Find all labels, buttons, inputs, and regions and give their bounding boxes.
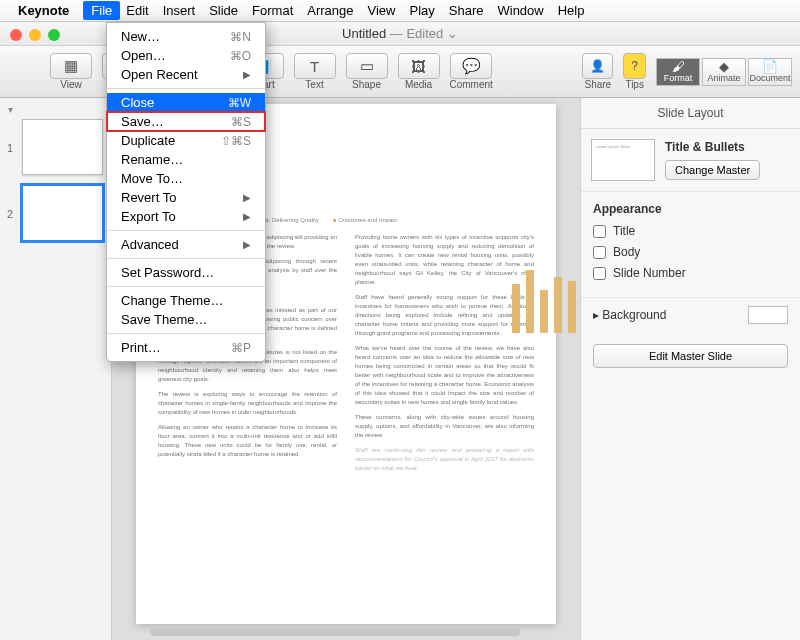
menu-format[interactable]: Format [252, 3, 293, 18]
chart-bar [554, 277, 562, 333]
share-label: Share [584, 79, 611, 90]
background-color-swatch[interactable] [748, 306, 788, 324]
tab-document[interactable]: 📄Document [748, 58, 792, 86]
toolbar-text-button[interactable]: T [294, 53, 336, 79]
toolbar-media-button[interactable]: 🖼 [398, 53, 440, 79]
slide-chart[interactable] [512, 243, 580, 333]
slide-thumbnail[interactable]: 1 [22, 119, 103, 175]
menu-slide[interactable]: Slide [209, 3, 238, 18]
menu-share[interactable]: Share [449, 3, 484, 18]
chart-bar [540, 290, 548, 333]
body-column-right[interactable]: Providing home owners with six types of … [355, 233, 534, 479]
menu-help[interactable]: Help [558, 3, 585, 18]
body-checkbox[interactable]: Body [593, 245, 788, 259]
system-menubar: Keynote FileEditInsertSlideFormatArrange… [0, 0, 800, 22]
menu-item-exportto[interactable]: Export To▶ [107, 207, 265, 226]
menu-insert[interactable]: Insert [163, 3, 196, 18]
close-window-icon[interactable] [10, 29, 22, 41]
title-checkbox[interactable]: Title [593, 224, 788, 238]
menu-item-savetheme[interactable]: Save Theme… [107, 310, 265, 329]
menu-item-print[interactable]: Print…⌘P [107, 338, 265, 357]
tab-format[interactable]: 🖌Format [656, 58, 700, 86]
edit-master-slide-button[interactable]: Edit Master Slide [593, 344, 788, 368]
view-button[interactable]: ▦ [50, 53, 92, 79]
master-name: Title & Bullets [665, 140, 790, 154]
appearance-heading: Appearance [593, 202, 788, 216]
document-title: Untitled [342, 26, 386, 41]
title-chevron-icon[interactable]: ⌄ [447, 26, 458, 41]
menu-window[interactable]: Window [497, 3, 543, 18]
menu-edit[interactable]: Edit [126, 3, 148, 18]
menu-item-duplicate[interactable]: Duplicate⇧⌘S [107, 131, 265, 150]
horizontal-scrollbar[interactable] [150, 628, 520, 636]
menu-item-openrecent[interactable]: Open Recent▶ [107, 65, 265, 84]
file-menu-dropdown: New…⌘NOpen…⌘OOpen Recent▶Close⌘WSave…⌘SD… [106, 22, 266, 362]
menu-item-revertto[interactable]: Revert To▶ [107, 188, 265, 207]
background-row[interactable]: ▸ Background [581, 298, 800, 332]
change-master-button[interactable]: Change Master [665, 160, 760, 180]
slide-number-checkbox[interactable]: Slide Number [593, 266, 788, 280]
chart-bar [568, 281, 576, 333]
menu-item-rename[interactable]: Rename… [107, 150, 265, 169]
menu-item-save[interactable]: Save…⌘S [107, 112, 265, 131]
slide-thumbnail[interactable]: 2 [22, 185, 103, 241]
minimize-window-icon[interactable] [29, 29, 41, 41]
tips-label: Tips [625, 79, 644, 90]
menu-item-changetheme[interactable]: Change Theme… [107, 291, 265, 310]
window-controls [10, 29, 60, 41]
toolbar-shape-button[interactable]: ▭ [346, 53, 388, 79]
menu-item-setpassword[interactable]: Set Password… [107, 263, 265, 282]
app-name[interactable]: Keynote [18, 3, 69, 18]
chart-bar [512, 284, 520, 334]
menu-arrange[interactable]: Arrange [307, 3, 353, 18]
menu-item-open[interactable]: Open…⌘O [107, 46, 265, 65]
menu-item-advanced[interactable]: Advanced▶ [107, 235, 265, 254]
document-edited-status: — Edited [390, 26, 443, 41]
tab-animate[interactable]: ◆Animate [702, 58, 746, 86]
master-thumbnail: Lorem Ipsum Dolor [591, 139, 655, 181]
slide-navigator: ▾ 1 2 [0, 98, 112, 640]
chart-bar [526, 270, 534, 333]
inspector-title: Slide Layout [581, 98, 800, 129]
menu-item-new[interactable]: New…⌘N [107, 27, 265, 46]
fullscreen-window-icon[interactable] [48, 29, 60, 41]
tips-button[interactable]: ? [623, 53, 646, 79]
format-inspector: Slide Layout Lorem Ipsum Dolor Title & B… [580, 98, 800, 640]
menu-item-moveto[interactable]: Move To… [107, 169, 265, 188]
inspector-tabs: 🖌Format◆Animate📄Document [656, 58, 792, 86]
menu-view[interactable]: View [368, 3, 396, 18]
menu-file[interactable]: File [83, 1, 120, 20]
toolbar-comment-button[interactable]: 💬 [450, 53, 492, 79]
menu-play[interactable]: Play [409, 3, 434, 18]
view-label: View [60, 79, 82, 90]
share-button[interactable]: 👤 [582, 53, 613, 79]
menu-item-close[interactable]: Close⌘W [107, 93, 265, 112]
